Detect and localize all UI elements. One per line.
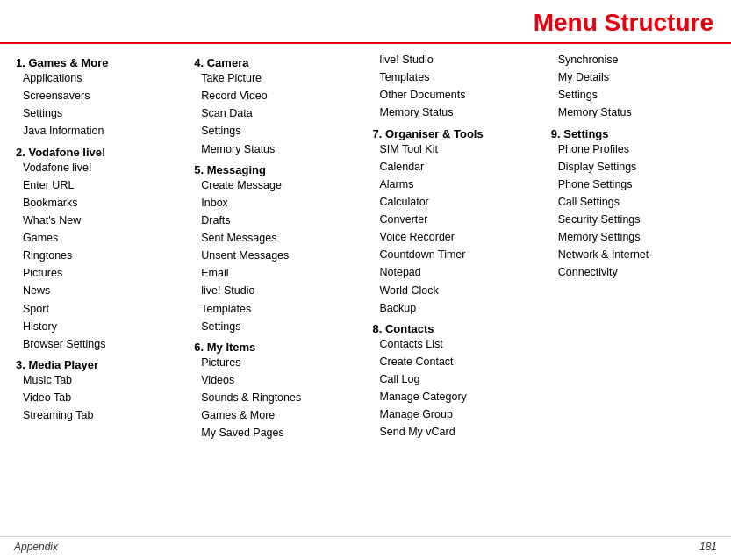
section-2-3: 6. My ItemsPicturesVideosSounds & Ringto… bbox=[194, 341, 358, 442]
menu-item: Display Settings bbox=[551, 158, 715, 176]
menu-item: Sport bbox=[16, 300, 180, 318]
menu-item: News bbox=[16, 282, 180, 299]
menu-item: Games & More bbox=[194, 406, 358, 424]
menu-header-1-3: 3. Media Player bbox=[16, 358, 180, 371]
menu-number: 8. bbox=[373, 322, 385, 335]
section-1-2: 2. Vodafone live!Vodafone live!Enter URL… bbox=[16, 146, 180, 353]
menu-number: 3. bbox=[16, 358, 28, 371]
menu-item: Inbox bbox=[194, 194, 358, 212]
menu-item: What's New bbox=[16, 212, 180, 229]
menu-header-3-2: 7. Organiser & Tools bbox=[373, 127, 537, 140]
content-area: 1. Games & MoreApplicationsScreensaversS… bbox=[0, 51, 731, 549]
section-3-3: 8. ContactsContacts ListCreate ContactCa… bbox=[373, 322, 537, 442]
menu-item: Vodafone live! bbox=[16, 159, 180, 176]
menu-header-2-3: 6. My Items bbox=[194, 341, 358, 354]
menu-item: Other Documents bbox=[373, 86, 537, 104]
menu-item: Connectivity bbox=[551, 263, 715, 281]
menu-item: Countdown Timer bbox=[373, 246, 537, 263]
menu-item: SIM Tool Kit bbox=[373, 140, 537, 158]
section-2-2: 5. MessagingCreate MessageInboxDraftsSen… bbox=[194, 163, 358, 335]
menu-item: Phone Profiles bbox=[551, 140, 715, 158]
menu-item: Unsent Messages bbox=[194, 247, 358, 264]
menu-item: Memory Status bbox=[194, 140, 358, 158]
menu-header-1-1: 1. Games & More bbox=[16, 56, 180, 69]
column-3: live! StudioTemplatesOther DocumentsMemo… bbox=[366, 51, 544, 549]
menu-item: Bookmarks bbox=[16, 194, 180, 212]
menu-item: Pictures bbox=[16, 264, 180, 282]
menu-item: Java Information bbox=[16, 122, 180, 140]
menu-item: Sounds & Ringtones bbox=[194, 389, 358, 406]
menu-item: Email bbox=[194, 264, 358, 282]
menu-number: 7. bbox=[373, 127, 385, 140]
section-1-3: 3. Media PlayerMusic TabVideo TabStreami… bbox=[16, 358, 180, 424]
menu-item: Converter bbox=[373, 211, 537, 228]
menu-number: 5. bbox=[194, 163, 206, 176]
section-1-1: 1. Games & MoreApplicationsScreensaversS… bbox=[16, 56, 180, 140]
menu-number: 4. bbox=[194, 56, 206, 69]
menu-item: Send My vCard bbox=[373, 423, 537, 441]
footer: Appendix 181 bbox=[0, 536, 731, 553]
menu-item: Backup bbox=[373, 299, 537, 317]
menu-item: Record Video bbox=[194, 87, 358, 104]
menu-item: Call Log bbox=[373, 370, 537, 388]
menu-item: My Details bbox=[551, 68, 715, 86]
menu-item: Video Tab bbox=[16, 389, 180, 406]
menu-item: Manage Group bbox=[373, 406, 537, 423]
menu-item: Calendar bbox=[373, 158, 537, 176]
menu-item: Voice Recorder bbox=[373, 228, 537, 246]
menu-item: Calculator bbox=[373, 193, 537, 211]
menu-item: Memory Status bbox=[551, 104, 715, 121]
menu-item: Scan Data bbox=[194, 104, 358, 122]
menu-item: Notepad bbox=[373, 263, 537, 281]
column-4: SynchroniseMy DetailsSettingsMemory Stat… bbox=[544, 51, 722, 549]
menu-item: Videos bbox=[194, 371, 358, 389]
menu-item: Settings bbox=[16, 104, 180, 122]
menu-item: Security Settings bbox=[551, 211, 715, 228]
menu-number: 1. bbox=[16, 56, 28, 69]
menu-item: Ringtones bbox=[16, 247, 180, 264]
section-3-2: 7. Organiser & ToolsSIM Tool KitCalendar… bbox=[373, 127, 537, 317]
menu-header-1-2: 2. Vodafone live! bbox=[16, 146, 180, 159]
menu-item: Enter URL bbox=[16, 176, 180, 194]
menu-item: Phone Settings bbox=[551, 176, 715, 193]
menu-number: 9. bbox=[551, 127, 563, 140]
menu-item: Create Message bbox=[194, 176, 358, 194]
menu-item: Browser Settings bbox=[16, 335, 180, 353]
page-title: Menu Structure bbox=[0, 0, 731, 44]
menu-item: Call Settings bbox=[551, 193, 715, 211]
menu-header-2-2: 5. Messaging bbox=[194, 163, 358, 176]
menu-item: Drafts bbox=[194, 212, 358, 229]
menu-item: live! Studio bbox=[373, 51, 537, 68]
menu-item: Settings bbox=[194, 318, 358, 335]
menu-item: My Saved Pages bbox=[194, 424, 358, 442]
menu-item: Network & Internet bbox=[551, 246, 715, 263]
menu-item: Streaming Tab bbox=[16, 406, 180, 424]
menu-item: Settings bbox=[194, 122, 358, 140]
menu-header-4-2: 9. Settings bbox=[551, 127, 715, 140]
column-2: 4. CameraTake PictureRecord VideoScan Da… bbox=[187, 51, 365, 549]
menu-item: Pictures bbox=[194, 354, 358, 371]
menu-item: Screensavers bbox=[16, 87, 180, 104]
menu-item: Games bbox=[16, 229, 180, 247]
menu-header-3-3: 8. Contacts bbox=[373, 322, 537, 335]
menu-item: Synchronise bbox=[551, 51, 715, 68]
menu-item: Memory Settings bbox=[551, 228, 715, 246]
menu-item: History bbox=[16, 318, 180, 335]
menu-header-2-1: 4. Camera bbox=[194, 56, 358, 69]
menu-item: Applications bbox=[16, 69, 180, 87]
menu-item: live! Studio bbox=[194, 282, 358, 299]
column-1: 1. Games & MoreApplicationsScreensaversS… bbox=[9, 51, 187, 549]
menu-item: Settings bbox=[551, 86, 715, 104]
menu-item: Take Picture bbox=[194, 69, 358, 87]
footer-right: 181 bbox=[699, 541, 717, 553]
footer-left: Appendix bbox=[14, 541, 58, 553]
section-3-1: live! StudioTemplatesOther DocumentsMemo… bbox=[373, 51, 537, 122]
menu-item: Alarms bbox=[373, 176, 537, 193]
menu-item: Create Contact bbox=[373, 353, 537, 370]
menu-number: 6. bbox=[194, 341, 206, 354]
menu-item: Manage Category bbox=[373, 388, 537, 406]
menu-item: Memory Status bbox=[373, 104, 537, 121]
menu-item: Music Tab bbox=[16, 371, 180, 389]
section-4-1: SynchroniseMy DetailsSettingsMemory Stat… bbox=[551, 51, 715, 122]
menu-number: 2. bbox=[16, 146, 28, 159]
